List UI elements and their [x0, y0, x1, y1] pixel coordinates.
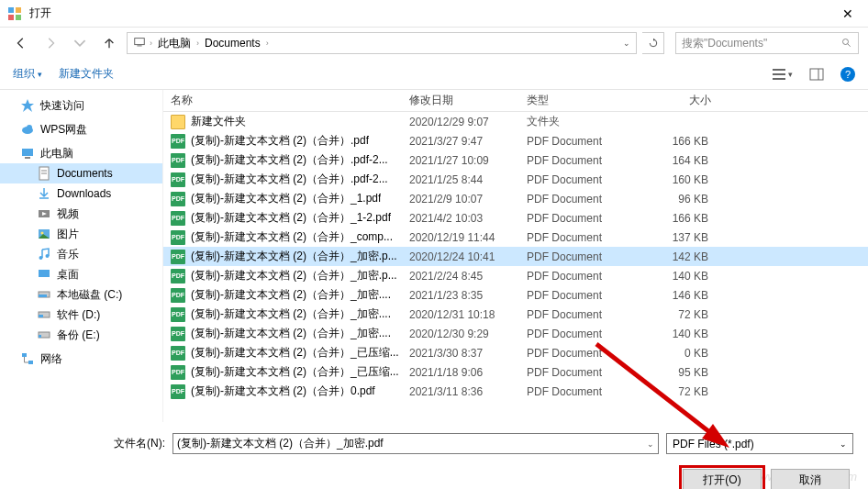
star-icon	[20, 98, 35, 113]
sidebar-item-disk-c[interactable]: 本地磁盘 (C:)	[0, 284, 162, 305]
forward-button[interactable]	[39, 31, 62, 55]
file-size: 142 KB	[628, 250, 719, 263]
up-button[interactable]	[97, 31, 121, 55]
new-folder-button[interactable]: 新建文件夹	[59, 66, 114, 82]
column-headers: 名称 修改日期 类型 大小	[163, 90, 868, 112]
file-row[interactable]: PDF(复制)-新建文本文档 (2)（合并）.pdf-2...2021/1/25…	[163, 170, 868, 189]
sidebar-item-documents[interactable]: Documents	[0, 163, 162, 183]
breadcrumb-root[interactable]: 此电脑	[156, 36, 193, 51]
address-bar[interactable]: › 此电脑 › Documents › ⌄	[127, 32, 637, 54]
file-type-filter[interactable]: PDF Files (*.pdf)⌄	[666, 433, 853, 454]
file-type: PDF Document	[519, 173, 628, 186]
preview-pane-button[interactable]	[809, 68, 824, 81]
file-size: 0 KB	[628, 347, 719, 360]
search-input[interactable]	[682, 37, 841, 50]
chevron-down-icon: ▾	[38, 70, 42, 79]
header-date[interactable]: 修改日期	[402, 93, 519, 108]
sidebar-item-wps[interactable]: WPS网盘	[0, 119, 162, 139]
help-button[interactable]: ?	[840, 67, 855, 82]
file-name: (复制)-新建文本文档 (2)（合并）_加密.p...	[191, 249, 397, 264]
file-name: (复制)-新建文本文档 (2)（合并）_已压缩...	[191, 345, 399, 361]
file-row[interactable]: PDF(复制)-新建文本文档 (2)（合并）_comp...2020/12/19…	[163, 228, 868, 247]
file-date: 2021/3/27 9:47	[402, 135, 519, 148]
svg-point-14	[27, 125, 32, 130]
file-row[interactable]: 新建文件夹2020/12/29 9:07文件夹	[163, 112, 868, 131]
svg-rect-32	[39, 335, 41, 338]
pc-icon	[133, 36, 146, 51]
file-date: 2020/12/29 9:07	[402, 116, 519, 128]
file-size: 166 KB	[628, 135, 719, 148]
file-type: PDF Document	[519, 270, 628, 283]
address-dropdown[interactable]: ⌄	[623, 39, 630, 48]
tool-bar: 组织 ▾ 新建文件夹 ▾ ?	[0, 59, 868, 90]
file-type: PDF Document	[519, 250, 628, 263]
refresh-button[interactable]	[642, 32, 664, 54]
sidebar-item-desktop[interactable]: 桌面	[0, 264, 162, 284]
video-icon	[37, 206, 51, 221]
file-name: (复制)-新建文本文档 (2)（合并）_加密....	[191, 326, 391, 341]
file-date: 2021/1/18 9:06	[402, 366, 519, 379]
breadcrumb-folder[interactable]: Documents	[203, 37, 262, 50]
sidebar-item-quick[interactable]: 快速访问	[0, 95, 162, 116]
file-row[interactable]: PDF(复制)-新建文本文档 (2)（合并）.pdf2021/3/27 9:47…	[163, 131, 868, 150]
pdf-icon: PDF	[171, 211, 185, 226]
search-box[interactable]	[675, 32, 859, 54]
header-name[interactable]: 名称	[163, 93, 402, 108]
file-row[interactable]: PDF(复制)-新建文本文档 (2)（合并）_1.pdf2021/2/9 10:…	[163, 189, 868, 208]
file-type: PDF Document	[519, 135, 628, 148]
sidebar-item-video[interactable]: 视频	[0, 204, 162, 224]
organize-menu[interactable]: 组织 ▾	[13, 66, 42, 82]
sidebar: 快速访问 WPS网盘 此电脑 Documents Downloads 视频 图片…	[0, 90, 163, 422]
file-row[interactable]: PDF(复制)-新建文本文档 (2)（合并）_1-2.pdf2021/4/2 1…	[163, 208, 868, 228]
file-date: 2021/1/25 8:44	[402, 173, 519, 186]
pdf-icon: PDF	[171, 134, 185, 149]
pdf-icon: PDF	[171, 307, 185, 322]
file-row[interactable]: PDF(复制)-新建文本文档 (2)（合并）_加密....2020/12/31 …	[163, 305, 868, 324]
chevron-right-icon: ›	[266, 39, 269, 48]
file-size: 96 KB	[628, 193, 719, 206]
file-type: PDF Document	[519, 193, 628, 206]
file-row[interactable]: PDF(复制)-新建文本文档 (2)（合并）_加密.p...2020/12/24…	[163, 247, 868, 266]
recent-dropdown[interactable]	[68, 31, 92, 55]
chevron-down-icon[interactable]: ⌄	[647, 439, 654, 449]
pdf-icon: PDF	[171, 384, 185, 399]
open-button[interactable]: 打开(O)	[683, 469, 762, 489]
network-icon	[20, 351, 35, 366]
chevron-down-icon: ▾	[788, 70, 793, 79]
download-icon	[37, 186, 51, 201]
sidebar-item-pc[interactable]: 此电脑	[0, 143, 162, 163]
view-mode-button[interactable]: ▾	[772, 68, 793, 81]
file-row[interactable]: PDF(复制)-新建文本文档 (2)（合并）0.pdf2021/3/11 8:3…	[163, 382, 868, 401]
file-size: 72 KB	[628, 385, 719, 398]
sidebar-item-network[interactable]: 网络	[0, 349, 162, 369]
file-row[interactable]: PDF(复制)-新建文本文档 (2)（合并）_加密.p...2021/2/24 …	[163, 266, 868, 285]
file-row[interactable]: PDF(复制)-新建文本文档 (2)（合并）_已压缩...2021/3/30 8…	[163, 343, 868, 362]
nav-bar: › 此电脑 › Documents › ⌄	[0, 28, 868, 59]
file-row[interactable]: PDF(复制)-新建文本文档 (2)（合并）.pdf-2...2021/1/27…	[163, 150, 868, 170]
file-name: (复制)-新建文本文档 (2)（合并）_1.pdf	[191, 191, 381, 206]
svg-rect-10	[773, 78, 785, 80]
sidebar-item-disk-d[interactable]: 软件 (D:)	[0, 305, 162, 325]
close-icon[interactable]: ✕	[835, 6, 861, 21]
sidebar-item-downloads[interactable]: Downloads	[0, 183, 162, 204]
filename-input[interactable]	[177, 438, 647, 450]
header-type[interactable]: 类型	[519, 93, 628, 108]
file-row[interactable]: PDF(复制)-新建文本文档 (2)（合并）_加密....2021/1/23 8…	[163, 285, 868, 305]
document-icon	[37, 166, 51, 181]
filename-combo[interactable]: ⌄	[172, 433, 659, 454]
file-row[interactable]: PDF(复制)-新建文本文档 (2)（合并）_已压缩...2021/1/18 9…	[163, 362, 868, 382]
file-name: (复制)-新建文本文档 (2)（合并）_comp...	[191, 229, 393, 245]
file-name: (复制)-新建文本文档 (2)（合并）_加密....	[191, 287, 391, 303]
svg-rect-8	[773, 69, 785, 71]
back-button[interactable]	[9, 31, 33, 55]
search-icon	[841, 38, 852, 49]
file-type: PDF Document	[519, 289, 628, 302]
sidebar-item-music[interactable]: 音乐	[0, 244, 162, 264]
cancel-button[interactable]: 取消	[771, 469, 850, 489]
file-date: 2021/1/27 10:09	[402, 154, 519, 167]
sidebar-item-disk-e[interactable]: 备份 (E:)	[0, 325, 162, 345]
file-row[interactable]: PDF(复制)-新建文本文档 (2)（合并）_加密....2020/12/30 …	[163, 324, 868, 343]
svg-rect-4	[135, 38, 145, 44]
sidebar-item-pictures[interactable]: 图片	[0, 224, 162, 244]
header-size[interactable]: 大小	[628, 93, 719, 108]
